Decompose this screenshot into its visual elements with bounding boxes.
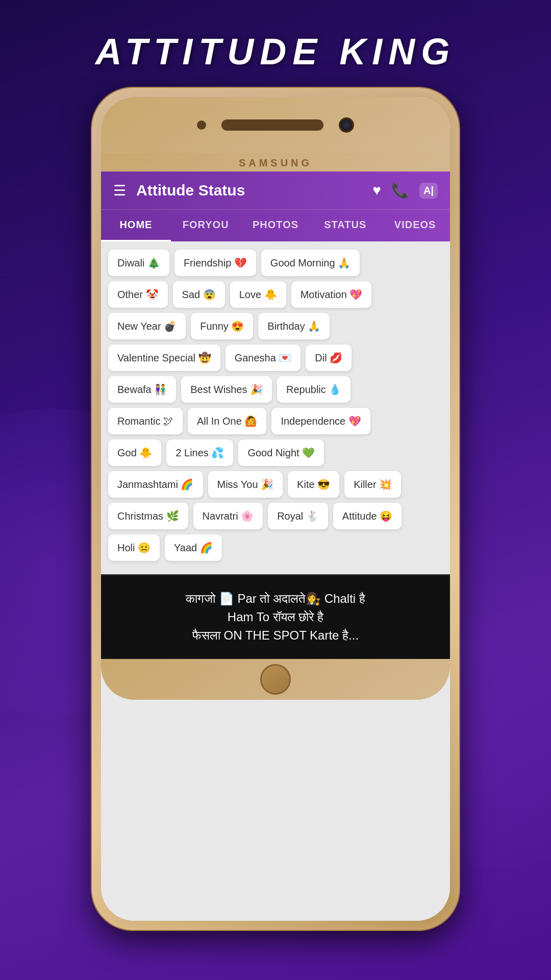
cat-new-year[interactable]: New Year 💣	[108, 313, 186, 339]
tab-videos[interactable]: VIDEOS	[380, 210, 450, 241]
translate-icon[interactable]: A|	[419, 183, 438, 199]
cat-friendship[interactable]: Friendship 💔	[174, 250, 256, 276]
tab-photos[interactable]: PHOTOS	[241, 210, 311, 241]
cat-funny[interactable]: Funny 😍	[191, 313, 253, 339]
category-row-8: Janmashtami 🌈 Miss You 🎉 Kite 😎 Killer 💥	[108, 471, 443, 498]
samsung-label: SAMSUNG	[101, 153, 450, 172]
cat-killer[interactable]: Killer 💥	[344, 471, 401, 498]
cat-janmashtami[interactable]: Janmashtami 🌈	[108, 471, 203, 498]
cat-other[interactable]: Other 🤡	[108, 281, 168, 308]
cat-diwali[interactable]: Diwali 🎄	[108, 250, 169, 276]
cat-love[interactable]: Love 🐥	[230, 281, 286, 308]
category-row-1: Diwali 🎄 Friendship 💔 Good Morning 🙏	[108, 250, 443, 276]
cat-miss-you[interactable]: Miss You 🎉	[208, 471, 283, 498]
tab-home[interactable]: HOME	[101, 210, 171, 241]
tab-status[interactable]: STATUS	[310, 210, 380, 241]
category-row-2: Other 🤡 Sad 😨 Love 🐥 Motivation 💖	[108, 281, 443, 308]
cat-best-wishes[interactable]: Best Wishes 🎉	[181, 376, 272, 403]
camera	[339, 117, 354, 133]
header-title: Attitude Status	[136, 182, 362, 199]
category-row-4: Valentine Special 🤠 Ganesha 💌 Dil 💋	[108, 345, 443, 371]
phone-top-bezel	[101, 97, 450, 153]
category-row-6: Romantic 🕊 All In One 🙆 Independence 💖	[108, 408, 443, 434]
cat-valentine[interactable]: Valentine Special 🤠	[108, 345, 220, 371]
app-header: ☰ Attitude Status ♥ 📞 A|	[101, 172, 450, 209]
heart-icon[interactable]: ♥	[372, 182, 381, 199]
cat-christmas[interactable]: Christmas 🌿	[108, 503, 188, 529]
home-button[interactable]	[260, 664, 291, 695]
speaker-grille	[221, 119, 323, 131]
header-icons: ♥ 📞 A|	[372, 182, 438, 199]
cat-bewafa[interactable]: Bewafa 👫	[108, 376, 176, 403]
phone-inner: SAMSUNG ☰ Attitude Status ♥ 📞 A| HOME FO…	[101, 97, 450, 921]
cat-kite[interactable]: Kite 😎	[288, 471, 339, 498]
category-row-3: New Year 💣 Funny 😍 Birthday 🙏	[108, 313, 443, 339]
hamburger-icon[interactable]: ☰	[113, 182, 126, 199]
cat-holi[interactable]: Holi 😐	[108, 534, 160, 561]
cat-royal[interactable]: Royal 🐇	[268, 503, 328, 529]
category-row-5: Bewafa 👫 Best Wishes 🎉 Republic 💧	[108, 376, 443, 403]
cat-romantic[interactable]: Romantic 🕊	[108, 408, 183, 434]
video-text-line3: फैसला ON THE SPOT Karte है...	[113, 626, 438, 645]
categories-area: Diwali 🎄 Friendship 💔 Good Morning 🙏 Oth…	[101, 241, 450, 574]
category-row-10: Holi 😐 Yaad 🌈	[108, 534, 443, 561]
phone-screen: ☰ Attitude Status ♥ 📞 A| HOME FORYOU PHO…	[101, 172, 450, 659]
cat-motivation[interactable]: Motivation 💖	[291, 281, 372, 308]
cat-yaad[interactable]: Yaad 🌈	[165, 534, 222, 561]
cat-all-in-one[interactable]: All In One 🙆	[188, 408, 266, 434]
phone-frame: SAMSUNG ☰ Attitude Status ♥ 📞 A| HOME FO…	[92, 88, 459, 930]
video-text-line2: Ham To रॉयल छोरे है	[113, 608, 438, 626]
cat-dil[interactable]: Dil 💋	[306, 345, 352, 371]
speaker-dot-left	[197, 120, 206, 130]
cat-republic[interactable]: Republic 💧	[277, 376, 350, 403]
nav-tabs: HOME FORYOU PHOTOS STATUS VIDEOS	[101, 209, 450, 241]
phone-bottom-bezel	[101, 659, 450, 700]
cat-ganesha[interactable]: Ganesha 💌	[226, 345, 301, 371]
tab-foryou[interactable]: FORYOU	[171, 210, 241, 241]
cat-good-morning[interactable]: Good Morning 🙏	[261, 250, 360, 276]
whatsapp-icon[interactable]: 📞	[391, 182, 409, 199]
cat-attitude[interactable]: Attitude 😝	[333, 503, 402, 529]
cat-independence[interactable]: Independence 💖	[271, 408, 370, 434]
cat-sad[interactable]: Sad 😨	[173, 281, 225, 308]
video-card[interactable]: कागजो 📄 Par तो अदालते👩‍⚖️ Chalti है Ham …	[101, 574, 450, 659]
category-row-7: God 🐥 2 Lines 💦 Good Night 💚	[108, 439, 443, 466]
cat-birthday[interactable]: Birthday 🙏	[258, 313, 330, 339]
cat-2-lines[interactable]: 2 Lines 💦	[166, 439, 233, 466]
cat-good-night[interactable]: Good Night 💚	[238, 439, 324, 466]
cat-god[interactable]: God 🐥	[108, 439, 161, 466]
video-text-line1: कागजो 📄 Par तो अदालते👩‍⚖️ Chalti है	[113, 590, 438, 608]
app-title: ATTITUDE KING	[95, 31, 456, 72]
category-row-9: Christmas 🌿 Navratri 🌸 Royal 🐇 Attitude …	[108, 503, 443, 529]
cat-navratri[interactable]: Navratri 🌸	[193, 503, 263, 529]
